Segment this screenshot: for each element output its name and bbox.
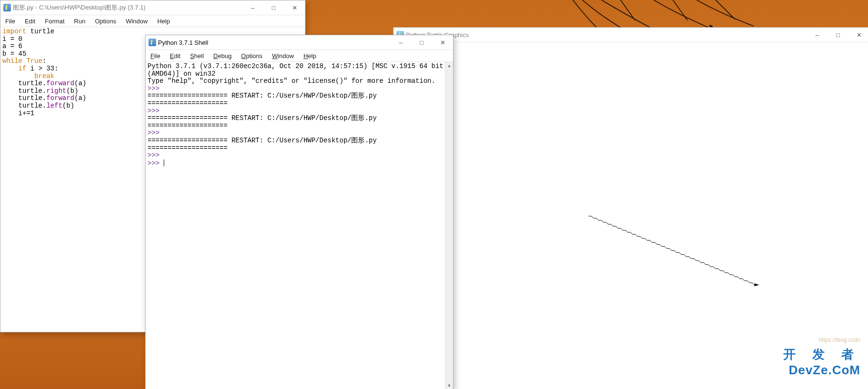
- minimize-button[interactable]: –: [390, 35, 411, 50]
- close-button[interactable]: ✕: [432, 35, 453, 50]
- turtle-titlebar[interactable]: Python Turtle Graphics – □ ✕: [394, 28, 868, 42]
- python-shell-window: Python 3.7.1 Shell – □ ✕ FileEditShellDe…: [145, 35, 454, 389]
- idle-editor-title: 图形.py - C:\Users\HWP\Desktop\图形.py (3.7.…: [11, 3, 242, 12]
- close-button[interactable]: ✕: [848, 28, 868, 42]
- menu-edit[interactable]: Edit: [165, 50, 185, 61]
- shell-title: Python 3.7.1 Shell: [156, 39, 390, 46]
- python-idle-icon: [148, 39, 156, 46]
- turtle-drawing: [394, 42, 868, 389]
- close-button[interactable]: ✕: [284, 0, 305, 15]
- svg-marker-3: [754, 283, 759, 286]
- maximize-button[interactable]: □: [411, 35, 432, 50]
- scroll-down-icon[interactable]: ▼: [445, 382, 453, 389]
- window-controls: – □ ✕: [242, 0, 305, 15]
- maximize-button[interactable]: □: [263, 0, 284, 15]
- menu-shell[interactable]: Shell: [185, 50, 208, 61]
- shell-titlebar[interactable]: Python 3.7.1 Shell – □ ✕: [146, 35, 453, 50]
- menu-file[interactable]: File: [0, 15, 20, 27]
- minimize-button[interactable]: –: [242, 0, 263, 15]
- menu-help[interactable]: Help: [299, 50, 321, 61]
- python-idle-icon: [3, 4, 11, 11]
- turtle-canvas[interactable]: [394, 42, 868, 389]
- shell-scrollbar[interactable]: ▲ ▼: [445, 62, 453, 389]
- idle-editor-menubar: FileEditFormatRunOptionsWindowHelp: [0, 15, 305, 27]
- window-controls: – □ ✕: [390, 35, 453, 50]
- turtle-title: Python Turtle Graphics: [404, 31, 807, 39]
- scroll-up-icon[interactable]: ▲: [445, 62, 453, 70]
- turtle-window: Python Turtle Graphics – □ ✕: [393, 27, 868, 389]
- idle-editor-titlebar[interactable]: 图形.py - C:\Users\HWP\Desktop\图形.py (3.7.…: [0, 0, 305, 15]
- menu-format[interactable]: Format: [40, 15, 69, 27]
- shell-menubar: FileEditShellDebugOptionsWindowHelp: [146, 50, 453, 62]
- menu-options[interactable]: Options: [90, 15, 121, 27]
- menu-edit[interactable]: Edit: [20, 15, 40, 27]
- menu-help[interactable]: Help: [152, 15, 175, 27]
- minimize-button[interactable]: –: [807, 28, 828, 42]
- window-controls: – □ ✕: [807, 28, 868, 42]
- menu-run[interactable]: Run: [69, 15, 90, 27]
- menu-file[interactable]: File: [146, 50, 165, 61]
- shell-output[interactable]: Python 3.7.1 (v3.7.1:260ec2c36a, Oct 20 …: [146, 62, 453, 389]
- maximize-button[interactable]: □: [828, 28, 848, 42]
- menu-debug[interactable]: Debug: [208, 50, 236, 61]
- menu-window[interactable]: Window: [267, 50, 298, 61]
- menu-window[interactable]: Window: [121, 15, 152, 27]
- scroll-track[interactable]: [445, 70, 453, 382]
- menu-options[interactable]: Options: [237, 50, 267, 61]
